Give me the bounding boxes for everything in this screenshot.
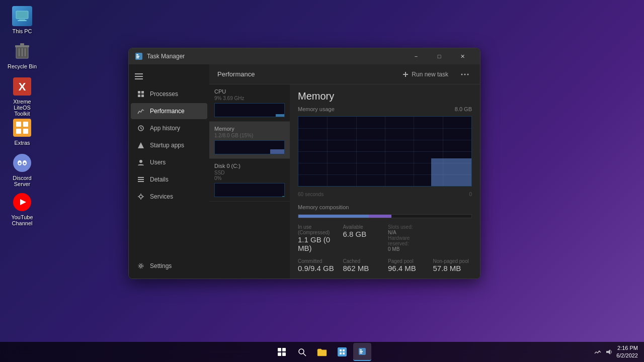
sidebar: Processes Performance App history Startu… xyxy=(129,64,209,279)
system-clock[interactable]: 2:16 PM 6/2/2022 xyxy=(616,344,638,360)
run-new-task-label: Run new task xyxy=(412,71,448,78)
svg-rect-27 xyxy=(135,73,143,74)
svg-point-16 xyxy=(13,154,31,172)
desktop-icon-xtreme-label: Xtreme LiteOS Toolkit xyxy=(6,99,38,117)
sidebar-item-processes[interactable]: Processes xyxy=(131,86,207,102)
stat-slots-used: Slots used: N/A Hardware reserved: 0 MB xyxy=(388,224,427,252)
perf-item-memory-name: Memory xyxy=(214,126,285,132)
stat-committed: Committed 0.9/9.4 GB xyxy=(298,258,337,273)
stat-cached-label: Cached xyxy=(343,258,382,264)
svg-rect-37 xyxy=(138,177,144,178)
clock-time: 2:16 PM xyxy=(616,344,638,352)
perf-item-cpu-graph xyxy=(214,103,285,117)
performance-container: CPU 9% 3.69 GHz Memory 1.2/8.0 GB (15%) xyxy=(209,84,480,279)
sidebar-item-app-history[interactable]: App history xyxy=(131,120,207,136)
svg-rect-28 xyxy=(135,76,143,77)
memory-title: Memory xyxy=(298,90,472,102)
sidebar-item-startup-apps-label: Startup apps xyxy=(150,142,184,149)
stat-paged-pool-value: 96.4 MB xyxy=(388,264,427,273)
store-icon xyxy=(338,347,347,356)
header-actions: Run new task xyxy=(397,67,472,81)
desktop-icon-recycle-bin[interactable]: Recycle Bin xyxy=(4,39,40,71)
sidebar-item-app-history-label: App history xyxy=(150,125,180,132)
main-header-title: Performance xyxy=(217,70,255,78)
svg-rect-4 xyxy=(15,45,29,47)
app-history-icon xyxy=(137,124,145,132)
desktop-icon-youtube[interactable]: YouTube Channel xyxy=(4,190,40,228)
perf-item-cpu[interactable]: CPU 9% 3.69 GHz xyxy=(209,84,290,122)
window-title: Task Manager xyxy=(147,53,400,60)
svg-rect-5 xyxy=(20,43,24,45)
perf-item-disk[interactable]: Disk 0 (C:) SSD 0% xyxy=(209,159,290,202)
sidebar-menu-button[interactable] xyxy=(129,68,209,85)
memory-composition-bar xyxy=(298,214,472,218)
grid-line-v4 xyxy=(414,117,414,186)
svg-point-50 xyxy=(464,73,466,75)
volume-icon[interactable] xyxy=(605,348,612,355)
window-controls: − □ ✕ xyxy=(405,48,474,64)
perf-item-disk-detail2: 0% xyxy=(214,175,285,181)
file-explorer-icon xyxy=(317,347,327,356)
svg-rect-55 xyxy=(282,352,286,356)
network-icon[interactable] xyxy=(594,348,601,355)
svg-rect-31 xyxy=(141,91,144,94)
memory-graph xyxy=(298,116,472,187)
stat-slots-value: N/A xyxy=(388,230,427,235)
svg-rect-33 xyxy=(141,95,144,97)
sidebar-item-startup-apps[interactable]: Startup apps xyxy=(131,137,207,153)
svg-rect-65 xyxy=(360,349,362,350)
svg-marker-68 xyxy=(606,349,610,354)
svg-point-36 xyxy=(139,160,142,163)
stat-committed-value: 0.9/9.4 GB xyxy=(298,264,337,273)
close-button[interactable]: ✕ xyxy=(451,48,474,64)
sidebar-item-performance[interactable]: Performance xyxy=(131,103,207,119)
svg-point-40 xyxy=(139,195,142,198)
memory-composition-label: Memory composition xyxy=(298,204,472,210)
svg-point-56 xyxy=(299,349,304,354)
grid-line-v2 xyxy=(356,117,357,186)
search-button[interactable] xyxy=(293,343,311,361)
svg-rect-12 xyxy=(16,122,21,127)
svg-marker-35 xyxy=(138,142,144,148)
performance-list: CPU 9% 3.69 GHz Memory 1.2/8.0 GB (15%) xyxy=(209,84,290,279)
services-icon xyxy=(137,193,145,201)
stat-paged-pool: Paged pool 96.4 MB xyxy=(388,258,427,273)
sidebar-item-users-label: Users xyxy=(150,159,166,166)
start-button[interactable] xyxy=(273,343,291,361)
desktop-icon-discord[interactable]: Discord Server xyxy=(4,151,40,189)
svg-rect-11 xyxy=(13,119,31,137)
sidebar-item-users[interactable]: Users xyxy=(131,154,207,170)
desktop-icon-this-pc[interactable]: This PC xyxy=(4,4,40,36)
desktop-icon-recycle-bin-label: Recycle Bin xyxy=(8,63,37,69)
store-button[interactable] xyxy=(333,343,351,361)
stat-hw-reserved-label: Hardware reserved: xyxy=(388,235,427,246)
desktop-icon-xtreme-toolkit[interactable]: X Xtreme LiteOS Toolkit xyxy=(4,74,40,119)
desktop-icon-extras[interactable]: Extras xyxy=(4,116,40,148)
task-manager-taskbar-button[interactable] xyxy=(353,343,371,361)
perf-item-memory-graph xyxy=(214,140,285,154)
desktop-icon-discord-label: Discord Server xyxy=(13,175,31,187)
stat-in-use-value: 1.1 GB (0 MB) xyxy=(298,235,337,252)
svg-point-45 xyxy=(140,265,142,267)
task-manager-icon xyxy=(135,52,143,60)
sidebar-item-services[interactable]: Services xyxy=(131,189,207,205)
minimize-button[interactable]: − xyxy=(405,48,428,64)
main-header: Performance Run new task xyxy=(209,64,480,84)
svg-rect-62 xyxy=(340,352,342,354)
desktop-icon-extras-label: Extras xyxy=(14,140,30,146)
more-options-icon xyxy=(461,73,469,75)
svg-point-51 xyxy=(467,73,469,75)
stats-grid: In use (Compressed) 1.1 GB (0 MB) Availa… xyxy=(298,224,472,273)
sidebar-item-settings[interactable]: Settings xyxy=(131,258,207,274)
performance-detail: Memory Memory usage 8.0 GB xyxy=(290,84,480,279)
maximize-button[interactable]: □ xyxy=(428,48,451,64)
perf-item-memory[interactable]: Memory 1.2/8.0 GB (15%) xyxy=(209,122,290,159)
file-explorer-button[interactable] xyxy=(313,343,331,361)
window-body: Processes Performance App history Startu… xyxy=(129,64,480,279)
sidebar-item-details[interactable]: Details xyxy=(131,171,207,188)
search-icon xyxy=(297,347,306,356)
run-new-task-button[interactable]: Run new task xyxy=(397,68,454,80)
more-options-button[interactable] xyxy=(458,67,472,81)
sidebar-item-details-label: Details xyxy=(150,176,169,183)
svg-rect-59 xyxy=(338,347,347,356)
